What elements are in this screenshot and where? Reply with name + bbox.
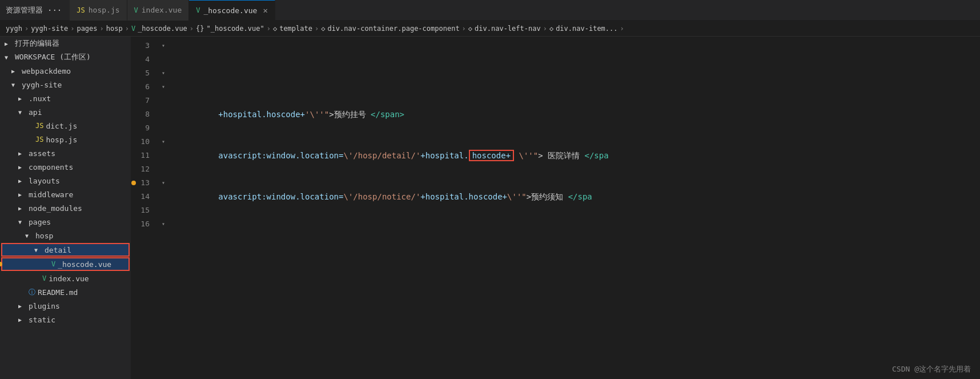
tab-hosp-js-label: hosp.js: [89, 6, 120, 14]
yygh-site-arrow: ▼: [11, 82, 19, 88]
main-layout: ▶ 打开的编辑器 ▼ WORKSPACE (工作区) ▶ webpackdemo…: [0, 37, 980, 379]
pages-arrow: ▼: [18, 219, 26, 225]
code-path2: \'/hosp/notice/': [343, 192, 420, 201]
bc-hoscode-file[interactable]: _hoscode.vue: [138, 25, 187, 33]
sidebar-item-readme[interactable]: ⓘ README.md: [0, 285, 131, 299]
fold-5[interactable]: ▾: [159, 66, 168, 80]
tab-hosp-js[interactable]: JS hosp.js: [70, 0, 127, 21]
sidebar-item-plugins[interactable]: ▶ plugins: [0, 299, 131, 313]
sidebar-item-pages[interactable]: ▼ pages: [0, 215, 131, 229]
hosp-js-icon: JS: [35, 135, 43, 143]
sidebar-item-hosp-js[interactable]: JS hosp.js: [0, 133, 131, 146]
code-plus2: +hospital.hoscode+: [420, 192, 507, 201]
sidebar-item-node-modules[interactable]: ▶ node_modules: [0, 201, 131, 215]
line-11: 11 avascript:window.location=\'/hosp/det…: [131, 149, 980, 162]
sidebar-item-hoscode-vue[interactable]: V _hoscode.vue: [1, 257, 130, 271]
tab-hoscode-vue[interactable]: V _hoscode.vue ✕: [189, 0, 275, 21]
line-14: 14 avascript:window.location=\'/hosp/not…: [131, 190, 980, 204]
sidebar-open-editors[interactable]: ▶ 打开的编辑器: [0, 37, 131, 50]
line-num-7: 7: [131, 94, 159, 107]
bc-file-name-quotes[interactable]: "_hoscode.vue": [207, 25, 264, 33]
sidebar-item-static[interactable]: ▶ static: [0, 313, 131, 326]
sidebar-item-assets[interactable]: ▶ assets: [0, 146, 131, 160]
fold-10[interactable]: ▾: [159, 135, 168, 149]
tab-index-vue-label: index.vue: [142, 6, 182, 14]
tab-close-icon[interactable]: ✕: [263, 6, 267, 15]
code-quote3: \''": [507, 192, 527, 201]
bc-div-icon2: ◇: [468, 25, 472, 33]
tab-index-vue[interactable]: V index.vue: [127, 0, 190, 21]
sidebar-item-yygh-site[interactable]: ▼ yygh-site: [0, 78, 131, 91]
line-num-14: 14: [131, 190, 159, 204]
more-icon[interactable]: ···: [45, 6, 64, 15]
tab-bar: 资源管理器 ··· JS hosp.js V index.vue V _hosc…: [0, 0, 980, 21]
code-span-close1: </span>: [371, 110, 404, 119]
hosp-label: hosp: [35, 232, 53, 240]
nuxt-label: .nuxt: [29, 94, 51, 103]
hosp-arrow: ▼: [25, 233, 33, 239]
plugins-label: plugins: [29, 302, 60, 310]
dict-js-label: dict.js: [46, 122, 77, 130]
bc-sep-4: ›: [125, 25, 129, 33]
code-hospital-hoscode: +hospital.hoscode+: [218, 110, 305, 119]
bc-div-nav-container[interactable]: div.nav-container.page-component: [327, 25, 459, 33]
fold-6[interactable]: ▾: [159, 80, 168, 94]
bc-div-nav-item[interactable]: div.nav-item...: [556, 25, 617, 33]
fold-3[interactable]: ▾: [159, 39, 168, 53]
sidebar-item-hosp[interactable]: ▼ hosp: [0, 229, 131, 242]
sidebar-item-webpackdemo[interactable]: ▶ webpackdemo: [0, 64, 131, 78]
sidebar-item-nuxt[interactable]: ▶ .nuxt: [0, 91, 131, 105]
hoscode-vue-label: _hoscode.vue: [58, 260, 111, 269]
editor-content[interactable]: 3 ▾ 4 5 ▾ 6 ▾: [131, 37, 980, 379]
bc-sep-2: ›: [70, 25, 74, 33]
fold-13[interactable]: ▾: [159, 176, 168, 190]
bc-sep-9: ›: [543, 25, 547, 33]
hoscode-vue-icon: V: [51, 260, 55, 268]
line-13-dot: [131, 181, 136, 185]
modified-dot: [0, 262, 2, 266]
breadcrumb: yygh › yygh-site › pages › hosp › V _hos…: [0, 21, 980, 37]
code-text1: 预约挂号: [334, 110, 371, 119]
sidebar-item-components[interactable]: ▶ components: [0, 160, 131, 174]
fold-16[interactable]: ▾: [159, 217, 168, 231]
static-arrow: ▶: [18, 317, 26, 323]
bc-pages[interactable]: pages: [77, 25, 97, 33]
line-num-9: 9: [131, 121, 159, 135]
code-gt3: >: [527, 192, 531, 201]
vue-icon: V: [134, 6, 138, 14]
sidebar-item-index-vue[interactable]: V index.vue: [0, 272, 131, 285]
code-avascript1: avascript:window.location=: [218, 151, 343, 160]
code-gt2: >: [538, 151, 548, 160]
line-num-4: 4: [131, 53, 159, 66]
tab-hoscode-vue-label: _hoscode.vue: [203, 6, 257, 15]
line-num-8: 8: [131, 107, 159, 121]
bc-div-icon3: ◇: [549, 25, 553, 33]
code-hospital-detail: 医院详情: [548, 151, 584, 160]
bc-hosp[interactable]: hosp: [106, 25, 123, 33]
code-hoscode-highlight: hoscode+: [469, 150, 514, 161]
index-vue-label: index.vue: [49, 274, 89, 283]
assets-label: assets: [29, 149, 55, 158]
layouts-label: layouts: [29, 177, 60, 185]
bc-yygh[interactable]: yygh: [6, 25, 22, 33]
middleware-label: middleware: [29, 190, 73, 199]
sidebar-item-middleware[interactable]: ▶ middleware: [0, 187, 131, 201]
sidebar-item-layouts[interactable]: ▶ layouts: [0, 174, 131, 187]
line-num-16: 16: [131, 217, 159, 231]
code-quote2: \''": [514, 151, 538, 160]
sidebar-workspace-header[interactable]: ▼ WORKSPACE (工作区): [0, 50, 131, 64]
explorer-icon-area: 资源管理器 ···: [0, 5, 70, 15]
bc-template[interactable]: template: [279, 25, 312, 33]
line-9: 9: [131, 121, 980, 135]
plugins-arrow: ▶: [18, 303, 26, 309]
sidebar-item-api[interactable]: ▼ api: [0, 105, 131, 119]
hosp-js-label: hosp.js: [46, 135, 77, 144]
line-5: 5 ▾: [131, 66, 980, 80]
layouts-arrow: ▶: [18, 178, 26, 184]
sidebar-item-dict-js[interactable]: JS dict.js: [0, 119, 131, 133]
node-modules-arrow: ▶: [18, 205, 26, 212]
bc-div-nav-left[interactable]: div.nav-left-nav: [475, 25, 541, 33]
bc-yygh-site[interactable]: yygh-site: [31, 25, 68, 33]
readme-icon: ⓘ: [29, 288, 35, 297]
sidebar-item-detail[interactable]: ▼ detail: [1, 243, 130, 257]
